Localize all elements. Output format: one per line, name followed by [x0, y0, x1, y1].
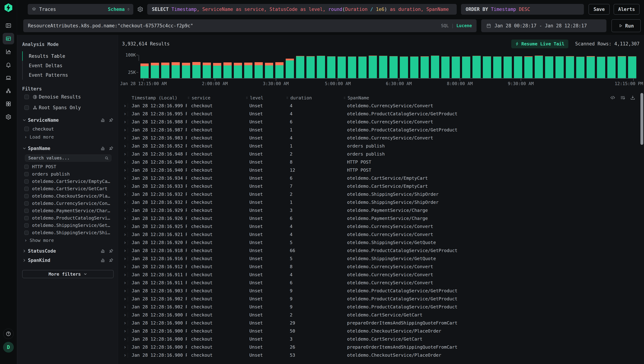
column-header-service[interactable]: service — [187, 95, 245, 100]
table-row[interactable]: ›Jan 28 12:28:16.900 PMcheckoutUnset53ot… — [124, 351, 644, 359]
chart-bar[interactable] — [358, 56, 367, 78]
table-row[interactable]: ›Jan 28 12:28:16.920 PMcheckoutUnset5ote… — [124, 238, 644, 246]
bar-chart-icon[interactable] — [100, 118, 105, 123]
chart-bar[interactable] — [472, 56, 481, 78]
chart-bar[interactable] — [400, 56, 408, 78]
row-expand-chevron[interactable]: › — [124, 224, 128, 229]
chart-bar[interactable] — [618, 56, 626, 78]
mode-event-patterns[interactable]: Event Patterns — [22, 70, 114, 80]
filter-value-row[interactable]: oteldemo.PaymentService/Char… — [24, 207, 114, 214]
chart-bar[interactable] — [296, 56, 304, 78]
statuscode-group-header[interactable]: StatusCode — [22, 246, 114, 256]
chart-bar[interactable] — [348, 56, 356, 78]
drag-handle-icon[interactable] — [245, 96, 249, 100]
table-row[interactable]: ›Jan 28 12:28:16.983 PMcheckoutUnset4ote… — [124, 134, 644, 142]
chart-bar[interactable] — [317, 56, 325, 78]
drag-handle-icon[interactable] — [286, 96, 289, 100]
filter-value-row[interactable]: oteldemo.CurrencyService/Con… — [24, 200, 114, 207]
table-row[interactable]: ›Jan 28 12:28:16.987 PMcheckoutUnset1ote… — [124, 126, 644, 134]
row-expand-chevron[interactable]: › — [124, 208, 128, 213]
date-range-picker[interactable]: Jan 28 00:28:17 - Jan 28 12:28:17 — [481, 19, 606, 32]
table-row[interactable]: ›Jan 28 12:28:16.900 PMcheckoutUnset3ote… — [124, 335, 644, 343]
row-expand-chevron[interactable]: › — [124, 192, 128, 197]
panel-collapse-icon[interactable] — [0, 19, 17, 32]
filter-value-row[interactable]: oteldemo.CheckoutService/Pla… — [24, 192, 114, 200]
row-expand-chevron[interactable]: › — [124, 128, 128, 132]
order-by-editor[interactable]: ORDER BY Timestamp DESC — [461, 4, 584, 15]
row-expand-chevron[interactable]: › — [124, 103, 128, 108]
chart-bar[interactable] — [545, 56, 553, 78]
row-expand-chevron[interactable]: › — [124, 152, 128, 156]
chart-bar[interactable] — [576, 57, 584, 78]
denoise-results-toggle[interactable]: Denoise Results — [24, 92, 114, 102]
table-row[interactable]: ›Jan 28 12:28:16.900 PMcheckoutUnset29pr… — [124, 319, 644, 327]
spanname-group-header[interactable]: SpanName — [22, 144, 114, 153]
checkbox[interactable] — [24, 223, 29, 228]
table-row[interactable]: ›Jan 28 12:28:16.918 PMcheckoutUnset66ot… — [124, 246, 644, 254]
table-row[interactable]: ›Jan 28 12:28:16.900 PMcheckoutUnset26pr… — [124, 343, 644, 351]
table-row[interactable]: ›Jan 28 12:28:16.933 PMcheckoutUnset7ote… — [124, 182, 644, 190]
table-row[interactable]: ›Jan 28 12:28:16.916 PMcheckoutUnset5ote… — [124, 254, 644, 263]
dashboards-icon[interactable] — [0, 97, 17, 110]
chart-bar[interactable] — [493, 56, 501, 78]
resume-live-tail-button[interactable]: Resume Live Tail — [511, 40, 568, 48]
search-query-input[interactable] — [28, 23, 438, 28]
table-row[interactable]: ›Jan 28 12:28:16.932 PMcheckoutUnset2ote… — [124, 190, 644, 198]
chart-bar[interactable] — [140, 64, 149, 78]
row-expand-chevron[interactable]: › — [124, 296, 128, 302]
pin-icon[interactable] — [109, 118, 114, 123]
chart-bar[interactable] — [223, 62, 232, 78]
chart-bar[interactable] — [431, 56, 439, 78]
row-expand-chevron[interactable]: › — [124, 184, 128, 189]
row-expand-chevron[interactable]: › — [124, 264, 128, 269]
chart-bar[interactable] — [586, 56, 595, 78]
drag-handle-icon[interactable] — [343, 96, 346, 100]
row-expand-chevron[interactable]: › — [124, 240, 128, 245]
column-header-duration[interactable]: duration — [286, 95, 343, 100]
chart-bar[interactable] — [203, 62, 211, 78]
row-expand-chevron[interactable]: › — [124, 272, 128, 277]
table-row[interactable]: ›Jan 28 12:28:16.900 PMcheckoutUnset2ote… — [124, 311, 644, 319]
table-row[interactable]: ›Jan 28 12:28:16.952 PMcheckoutUnset1ord… — [124, 142, 644, 150]
chart-bar[interactable] — [161, 62, 169, 78]
chart-bar[interactable] — [441, 56, 449, 78]
chart-bar[interactable] — [265, 63, 273, 78]
table-row[interactable]: ›Jan 28 12:28:16.926 PMcheckoutUnset6ote… — [124, 214, 644, 222]
table-row[interactable]: ›Jan 28 12:28:16.903 PMcheckoutUnset9ote… — [124, 287, 644, 295]
row-expand-chevron[interactable]: › — [124, 256, 128, 261]
servicename-value-checkout[interactable]: checkout — [24, 125, 114, 133]
checkbox[interactable] — [24, 209, 29, 213]
row-expand-chevron[interactable]: › — [124, 144, 128, 148]
code-icon[interactable] — [610, 95, 615, 100]
mode-results-table[interactable]: Results Table — [22, 51, 114, 61]
chart-bar[interactable] — [286, 59, 294, 78]
sql-select-editor[interactable]: SELECT Timestamp, ServiceName as service… — [147, 4, 457, 15]
checkbox[interactable] — [24, 187, 29, 191]
chart-bar[interactable] — [275, 62, 284, 78]
download-icon[interactable] — [630, 95, 635, 100]
checkbox[interactable] — [24, 94, 29, 99]
chart-bar[interactable] — [234, 63, 242, 78]
filter-value-row[interactable]: HTTP POST — [24, 163, 114, 170]
chart-bar[interactable] — [172, 62, 180, 78]
chart-bar[interactable] — [213, 63, 221, 78]
row-expand-chevron[interactable]: › — [124, 345, 128, 350]
chart-bar[interactable] — [151, 63, 159, 78]
chart-bar[interactable] — [628, 56, 636, 78]
row-expand-chevron[interactable]: › — [124, 232, 128, 237]
table-row[interactable]: ›Jan 28 12:28:16.912 PMcheckoutUnset8ote… — [124, 263, 644, 271]
pin-icon[interactable] — [109, 258, 114, 263]
checkbox[interactable] — [24, 194, 29, 198]
pin-icon[interactable] — [109, 248, 114, 254]
lucene-mode-toggle[interactable]: Lucene — [456, 23, 472, 28]
spankind-group-header[interactable]: SpanKind — [22, 256, 114, 265]
table-row[interactable]: ›Jan 28 12:28:16.921 PMcheckoutUnset4ote… — [124, 230, 644, 238]
root-spans-only-toggle[interactable]: Root Spans Only — [24, 102, 114, 113]
chart-bar[interactable] — [483, 56, 491, 78]
save-button[interactable]: Save — [588, 4, 610, 15]
column-header-level[interactable]: level — [245, 95, 286, 100]
query-settings-gear-icon[interactable] — [137, 6, 143, 12]
table-row[interactable]: ›Jan 28 12:28:16.929 PMcheckoutUnset3ote… — [124, 206, 644, 214]
chart-bar[interactable] — [369, 56, 377, 78]
row-expand-chevron[interactable]: › — [124, 288, 128, 294]
